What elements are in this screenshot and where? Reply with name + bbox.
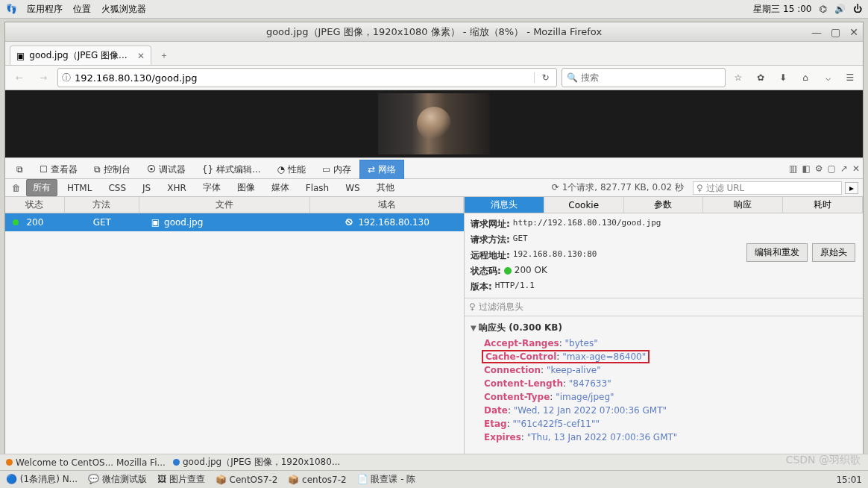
browser-tab[interactable]: ▣ good.jpg（JPEG 图像... ✕ [10,46,151,65]
col-status[interactable]: 状态 [5,197,65,213]
clear-icon[interactable]: 🗑 [10,183,23,193]
detail-body[interactable]: 请求网址:http://192.168.80.130/good.jpg 请求方法… [465,213,863,467]
url-input[interactable] [75,72,534,84]
k-status: 状态码: [471,265,501,278]
wt-other[interactable]: 📄 眼查课 - 陈 [357,473,416,486]
dock-side-button[interactable]: ⧉ [8,160,31,179]
wt-wechat[interactable]: 💬 微信测试版 [88,473,147,486]
split-icon[interactable]: ◧ [802,163,810,174]
network-icon[interactable]: ⌬ [820,4,827,14]
close-button[interactable]: ✕ [849,26,858,38]
displayed-image[interactable] [378,93,490,154]
wt-vm1[interactable]: 📦 CentOS7-2 [216,475,278,485]
k-addr: 远程地址: [471,249,510,262]
filter-css[interactable]: CSS [101,181,133,195]
pocket-icon[interactable]: ⌵ [820,72,836,83]
wt-vm2[interactable]: 📦 centos7-2 [288,475,346,485]
filter-flash[interactable]: Flash [299,181,336,195]
home-icon[interactable]: ⌂ [797,72,814,83]
filter-html[interactable]: HTML [60,181,98,195]
windows-taskbar: 🔵 (1条消息) N... 💬 微信测试版 🖼 图片查查 📦 CentOS7-2… [0,470,868,488]
k-method: 请求方法: [471,234,510,246]
reload-button[interactable]: ↻ [534,72,556,83]
detail-tab-params[interactable]: 参数 [624,197,704,213]
bookmark-star-icon[interactable]: ☆ [730,72,746,83]
task-item-2[interactable]: good.jpg（JPEG 图像，1920x1080... [173,456,340,469]
wt-chrome[interactable]: 🔵 (1条消息) N... [6,473,78,486]
menu-applications[interactable]: 应用程序 [27,3,63,16]
downloads-icon[interactable]: ⬇ [775,72,791,83]
k-version: 版本: [471,281,492,293]
menu-firefox[interactable]: 火狐浏览器 [101,3,146,16]
tab-style[interactable]: {} 样式编辑... [194,160,269,179]
menu-icon[interactable]: ☰ [842,72,858,83]
self-bookmark-icon[interactable]: ✿ [752,72,769,83]
filter-url-input[interactable]: ♀ 过滤 URL [693,181,842,195]
filter-xhr[interactable]: XHR [160,181,193,195]
tab-inspector[interactable]: ☐ 查看器 [31,160,86,179]
filter-ws[interactable]: WS [339,181,366,195]
content-area [5,90,863,157]
v-status: 200 OK [504,265,547,275]
forward-button[interactable]: → [34,68,53,87]
tab-perf[interactable]: ◔ 性能 [269,160,314,179]
har-button[interactable]: ▸ [845,182,858,194]
response-headers-section[interactable]: 响应头 (0.300 KB) [471,319,857,337]
search-icon: 🔍 [567,72,578,83]
power-icon[interactable]: ⏻ [853,4,862,14]
tab-debugger[interactable]: ⦿ 调试器 [139,160,194,179]
filter-all[interactable]: 所有 [26,179,57,196]
task-item-1[interactable]: Welcome to CentOS... Mozilla Fi... [6,457,166,468]
search-input[interactable] [581,72,720,83]
detail-tab-timing[interactable]: 耗时 [783,197,863,213]
response-header-row: Etag: ""61c422f5-cef11"" [471,417,857,431]
search-bar[interactable]: 🔍 [562,68,726,87]
tab-close-icon[interactable]: ✕ [137,51,145,61]
detail-tab-response[interactable]: 响应 [703,197,783,213]
dock-toggle-icon[interactable]: ▢ [828,163,836,174]
col-file[interactable]: 文件 [139,197,311,213]
devtools-close-icon[interactable]: ✕ [852,163,860,174]
filter-other[interactable]: 其他 [370,179,401,196]
wt-image[interactable]: 🖼 图片查查 [157,473,205,486]
url-bar[interactable]: ⓘ ↻ [57,68,557,87]
minimize-button[interactable]: — [811,26,822,38]
response-header-row: Content-Type: "image/jpeg" [471,390,857,404]
filter-js[interactable]: JS [136,181,157,195]
popout-icon[interactable]: ↗ [840,163,848,174]
tab-memory[interactable]: ▭ 内存 [314,160,359,179]
v-version: HTTP/1.1 [495,281,535,290]
request-row[interactable]: 200 GET ▣ good.jpg 🛇 192.168.80.130 [5,213,464,231]
volume-icon[interactable]: 🔊 [834,4,846,14]
info-icon[interactable]: ⓘ [58,72,75,84]
filter-img[interactable]: 图像 [230,179,262,196]
status-dot-icon [13,219,19,225]
col-method[interactable]: 方法 [65,197,139,213]
tab-console[interactable]: ⧉ 控制台 [86,160,139,179]
cell-domain: 🛇 192.168.80.130 [310,217,464,228]
detail-tab-cookie[interactable]: Cookie [544,197,624,213]
request-list: 状态 方法 文件 域名 200 GET ▣ good.jpg 🛇 192.168… [5,197,465,467]
clock-text[interactable]: 星期三 15 :00 [753,3,811,16]
settings-icon[interactable]: ⚙ [815,163,823,174]
filter-headers-input[interactable]: ♀ 过滤消息头 [465,298,863,316]
col-domain[interactable]: 域名 [310,197,464,213]
filter-font[interactable]: 字体 [196,179,227,196]
detail-buttons: 编辑和重发 原始头 [746,243,855,262]
new-tab-button[interactable]: ＋ [154,47,174,63]
back-button[interactable]: ← [10,68,29,87]
filter-media[interactable]: 媒体 [265,179,296,196]
tab-network[interactable]: ⇄ 网络 [359,160,404,179]
maximize-button[interactable]: ▢ [831,26,840,38]
gnome-foot-icon: 👣 [6,4,16,14]
wt-clock[interactable]: 15:01 [836,475,862,485]
menu-places[interactable]: 位置 [73,3,91,16]
detail-panel: 消息头 Cookie 参数 响应 耗时 请求网址:http://192.168.… [465,197,863,467]
raw-headers-button[interactable]: 原始头 [812,243,855,262]
response-header-row: Cache-Control: "max-age=86400" [471,350,857,363]
responsive-icon[interactable]: ▥ [789,163,797,174]
edit-resend-button[interactable]: 编辑和重发 [746,243,808,262]
response-header-row: Content-Length: "847633" [471,377,857,390]
detail-tab-headers[interactable]: 消息头 [465,197,544,213]
v-url: http://192.168.80.130/good.jpg [513,218,661,228]
